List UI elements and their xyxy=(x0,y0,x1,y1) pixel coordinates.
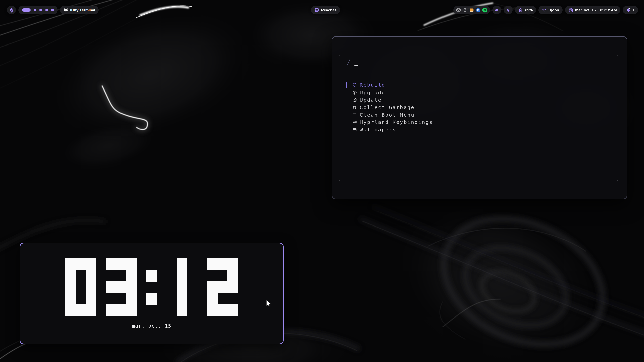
reload-icon xyxy=(352,83,357,87)
digit-cell xyxy=(167,282,177,293)
digit-cell xyxy=(147,293,157,305)
clock-date: mar. oct. 15 xyxy=(132,323,171,329)
selection-indicator xyxy=(346,82,347,88)
launcher-item-collect-garbage[interactable]: Collect Garbage xyxy=(339,104,618,111)
list-icon xyxy=(352,113,357,117)
launcher-item-label: Collect Garbage xyxy=(360,104,415,110)
clock-digit xyxy=(66,259,96,316)
phone-tray-icon[interactable] xyxy=(463,8,468,13)
battery-pill[interactable]: 69% xyxy=(515,6,536,14)
focused-window-pill[interactable]: Kitty Terminal xyxy=(60,6,99,14)
separator xyxy=(345,69,612,69)
digit-cell xyxy=(177,282,187,293)
digit-cell xyxy=(167,270,177,282)
digit-cell xyxy=(218,259,228,270)
launcher-item-wallpapers[interactable]: Wallpapers xyxy=(339,126,618,133)
battery-percent: 69% xyxy=(525,8,533,12)
digit-cell xyxy=(147,270,157,282)
digit-cell xyxy=(228,270,238,282)
digit-cell xyxy=(86,304,96,316)
wifi-pill[interactable]: Djoon xyxy=(538,6,563,14)
clock-digit xyxy=(106,259,136,316)
digit-cell xyxy=(187,259,197,270)
digit-cell xyxy=(86,293,96,305)
clock-widget: mar. oct. 15 xyxy=(20,243,284,344)
obs-tray-icon[interactable] xyxy=(456,8,461,13)
launcher-item-update[interactable]: Update xyxy=(339,96,618,104)
calendar-icon xyxy=(569,8,573,12)
speaker-icon xyxy=(495,8,499,12)
workspace-dot[interactable] xyxy=(39,9,42,11)
launcher-item-clean-boot-menu[interactable]: Clean Boot Menu xyxy=(339,111,618,119)
datetime-pill[interactable]: mar. oct. 15 03:12 AM xyxy=(565,6,620,14)
bluetooth-pill[interactable] xyxy=(504,6,513,14)
network-name: Djoon xyxy=(548,8,559,12)
digit-cell xyxy=(208,259,218,270)
battery-icon xyxy=(518,8,523,12)
now-playing-title: Peaches xyxy=(321,8,337,12)
digit-cell xyxy=(86,259,96,270)
spotify-icon xyxy=(314,8,319,12)
digit-cell xyxy=(66,293,76,305)
digit-cell xyxy=(76,293,86,305)
files-tray-icon[interactable] xyxy=(469,8,474,13)
gear-icon xyxy=(9,8,14,13)
digit-cell xyxy=(177,293,187,305)
settings-button[interactable] xyxy=(7,6,16,14)
spotify-tray-icon[interactable] xyxy=(482,8,487,13)
digit-cell xyxy=(76,304,86,316)
system-tray-pill[interactable] xyxy=(453,6,490,14)
digit-cell xyxy=(208,270,218,282)
digit-cell xyxy=(76,259,86,270)
workspace-dot[interactable] xyxy=(51,9,54,11)
digit-cell xyxy=(76,270,86,282)
bluetooth-tray-icon[interactable] xyxy=(476,8,481,13)
launcher-item-hyprland-keybindings[interactable]: Hyprland Keybindings xyxy=(339,118,618,126)
now-playing-pill[interactable]: Peaches xyxy=(311,6,340,14)
workspaces-pill[interactable] xyxy=(18,6,58,14)
topbar-left: Kitty Terminal xyxy=(7,6,99,14)
digit-cell xyxy=(218,293,228,305)
launcher-item-label: Hyprland Keybindings xyxy=(360,119,433,125)
digit-cell xyxy=(228,293,238,305)
digit-cell xyxy=(116,293,126,305)
digit-cell xyxy=(218,304,228,316)
launcher-item-label: Rebuild xyxy=(360,82,385,88)
digit-cell xyxy=(187,304,197,316)
digit-cell xyxy=(208,293,218,305)
cat-icon xyxy=(64,8,68,12)
digit-cell xyxy=(106,293,116,305)
digit-cell xyxy=(187,293,197,305)
digit-cell xyxy=(126,282,136,293)
focused-window-title: Kitty Terminal xyxy=(70,8,95,12)
digit-cell xyxy=(177,304,187,316)
clock-digit xyxy=(208,259,238,316)
digit-cell xyxy=(66,304,76,316)
digit-cell xyxy=(187,282,197,293)
digit-cell xyxy=(106,304,116,316)
digit-cell xyxy=(218,270,228,282)
notification-count: 1 xyxy=(633,8,635,12)
launcher-search-input[interactable]: / xyxy=(339,54,618,69)
digit-cell xyxy=(228,282,238,293)
volume-pill[interactable] xyxy=(492,6,501,14)
launcher-item-rebuild[interactable]: Rebuild xyxy=(339,81,618,89)
digit-cell xyxy=(116,259,126,270)
launcher-item-label: Wallpapers xyxy=(360,127,396,133)
workspace-active[interactable] xyxy=(22,8,31,12)
digit-cell xyxy=(177,259,187,270)
time-label: 03:12 AM xyxy=(600,8,617,12)
workspace-dot[interactable] xyxy=(34,9,36,11)
digit-cell xyxy=(177,270,187,282)
image-icon xyxy=(352,127,357,132)
notifications-pill[interactable]: 1 xyxy=(623,6,638,14)
clock-time xyxy=(66,259,238,316)
digit-cell xyxy=(116,270,126,282)
trash-icon xyxy=(352,105,357,110)
clock-digit xyxy=(167,259,197,316)
digit-cell xyxy=(218,282,228,293)
digit-cell xyxy=(66,270,76,282)
launcher-item-upgrade[interactable]: Upgrade xyxy=(339,89,618,96)
workspace-dot[interactable] xyxy=(45,9,48,11)
digit-cell xyxy=(86,282,96,293)
